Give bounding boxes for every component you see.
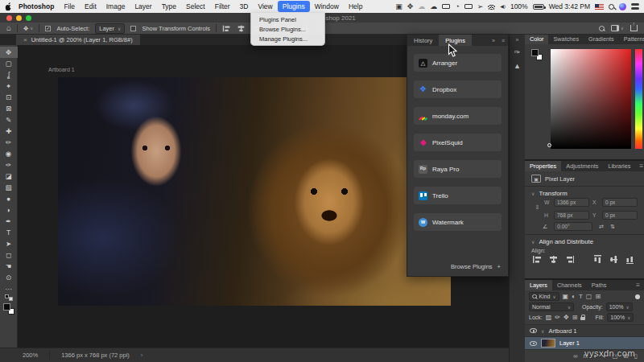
align-left-button[interactable] (533, 256, 542, 263)
gradient-tool[interactable]: ▧ (0, 182, 18, 193)
filter-adjustment-layers-icon[interactable]: ◐ (572, 294, 576, 300)
auto-select-target-dropdown[interactable]: Layer ∨ (95, 23, 125, 34)
panel-menu-icon[interactable]: ≡ (635, 161, 644, 171)
tab-adjustments[interactable]: Adjustments (561, 161, 603, 171)
apple-menu-icon[interactable] (5, 2, 12, 11)
crop-tool[interactable]: ⊡ (0, 92, 18, 103)
color-picker-marker[interactable] (547, 143, 551, 147)
clone-stamp-tool[interactable]: ◉ (0, 148, 18, 159)
move-tool[interactable]: ✥ (0, 47, 18, 58)
siri-icon[interactable] (619, 3, 626, 10)
history-brush-tool[interactable]: ✑ (0, 159, 18, 171)
close-tab-icon[interactable]: × (23, 36, 27, 43)
width-field[interactable]: 1366 px (554, 198, 589, 207)
volume-icon[interactable]: ◀) (500, 4, 506, 9)
display-icon[interactable] (442, 4, 450, 9)
lasso-tool[interactable]: ʆ (0, 69, 18, 80)
plugin-item-pixelsquid[interactable]: ◆ PixelSquid (414, 134, 502, 151)
time-machine-icon[interactable]: ◔ (455, 3, 459, 10)
plugin-item-monday[interactable]: monday.com (414, 107, 502, 125)
artboard-label[interactable]: Artboard 1 (48, 67, 75, 72)
filter-toggle-icon[interactable] (635, 294, 640, 299)
tab-color[interactable]: Color (525, 34, 548, 44)
foreground-background-swatches[interactable] (3, 303, 14, 315)
color-panel-swatches[interactable] (531, 49, 543, 60)
hand-tool[interactable]: ☚ (0, 261, 18, 272)
airplay-icon[interactable] (464, 4, 473, 9)
location-arrow-icon[interactable]: ➢ (477, 3, 484, 10)
menubar-item-filter[interactable]: Filter (210, 1, 235, 12)
tab-history[interactable]: History (407, 35, 439, 46)
tab-layers[interactable]: Layers (525, 280, 552, 290)
menubar-item-photoshop[interactable]: Photoshop (14, 1, 59, 12)
visibility-eye-icon[interactable] (530, 328, 537, 333)
default-colors-icon[interactable] (5, 294, 13, 301)
sync-cloud-icon[interactable]: ☁ (418, 3, 425, 10)
tab-swatches[interactable]: Swatches (548, 34, 584, 44)
hue-slider[interactable] (635, 49, 642, 149)
layer-row-layer1[interactable]: Layer 1 (525, 336, 644, 349)
tab-paths[interactable]: Paths (587, 280, 612, 290)
plugin-item-rayapro[interactable]: Rp Raya Pro (414, 160, 502, 178)
path-selection-tool[interactable]: ➤ (0, 238, 18, 249)
status-options-chevron[interactable]: › (141, 352, 143, 359)
menubar-item-3d[interactable]: 3D (235, 1, 254, 12)
layer-row-artboard[interactable]: ∨ Artboard 1 (525, 324, 644, 336)
show-transform-checkbox[interactable] (130, 26, 136, 31)
panel-menu-icon[interactable]: ≡ (498, 35, 508, 46)
expand-dock-icon[interactable]: » (516, 37, 519, 43)
status-utility-icon[interactable]: ✥ (407, 3, 414, 10)
blend-mode-dropdown[interactable]: Normal ∨ (529, 302, 574, 311)
workspace-switcher[interactable]: ∨ (611, 25, 624, 31)
x-field[interactable]: 0 px (602, 198, 638, 207)
flip-vertical-button[interactable]: ⇅ (610, 224, 615, 230)
flip-horizontal-button[interactable]: ⇄ (599, 224, 604, 230)
align-bottom-button[interactable] (626, 255, 634, 264)
status-app-icon[interactable]: ▣ (395, 3, 402, 10)
filter-kind-dropdown[interactable]: Kind ∨ (529, 292, 559, 301)
lock-all-icon[interactable] (580, 317, 585, 321)
shape-tool[interactable]: ◻ (0, 249, 18, 261)
healing-brush-tool[interactable]: ✚ (0, 125, 18, 137)
marquee-tool[interactable]: ▢ (0, 58, 18, 69)
y-field[interactable]: 0 px (602, 211, 638, 220)
opacity-dropdown[interactable]: 100% ∨ (606, 302, 633, 311)
align-middle-button[interactable] (610, 255, 617, 264)
menubar-item-plugins[interactable]: Plugins (278, 1, 310, 12)
rotate-angle-field[interactable]: 0.00° (554, 222, 592, 231)
zoom-tool[interactable]: ⊙ (0, 272, 18, 283)
search-icon[interactable] (599, 26, 605, 31)
align-top-button[interactable] (594, 255, 601, 264)
align-center-button[interactable] (549, 256, 558, 263)
align-section-header[interactable]: ∨ Align and Distribute (525, 238, 644, 245)
document-tab[interactable]: × Untitled-1 @ 200% (Layer 1, RGB/8#) (16, 35, 140, 45)
eyedropper-tool[interactable]: ✎ (0, 114, 18, 125)
height-field[interactable]: 768 px (554, 211, 589, 220)
browse-plugins-button[interactable]: Browse Plugins + (451, 263, 501, 270)
plugin-item-watermark[interactable]: w Watermark (414, 213, 502, 231)
menu-item-manage-plugins[interactable]: Manage Plugins... (251, 34, 324, 43)
tab-properties[interactable]: Properties (525, 161, 561, 171)
menubar-item-help[interactable]: Help (344, 1, 367, 12)
zoom-level-field[interactable]: 200% (23, 352, 38, 359)
filter-pixel-layers-icon[interactable]: ▣ (563, 294, 569, 300)
align-right-button[interactable] (565, 256, 574, 263)
foreground-color-swatch[interactable] (3, 303, 10, 311)
lock-position-icon[interactable]: ✥ (564, 315, 569, 321)
filter-shape-layers-icon[interactable]: ▢ (586, 294, 592, 300)
menubar-item-view[interactable]: View (253, 1, 277, 12)
brush-tool[interactable]: ✏ (0, 137, 18, 148)
menubar-item-image[interactable]: Image (101, 1, 130, 12)
cloud-icon[interactable]: ☁ (430, 3, 437, 10)
edit-toolbar-button[interactable]: ⋯ (0, 283, 18, 294)
tab-patterns[interactable]: Patterns (619, 34, 644, 44)
menubar-item-layer[interactable]: Layer (130, 1, 156, 12)
collapse-panel-icon[interactable]: » (489, 35, 498, 46)
spotlight-search-icon[interactable] (609, 4, 614, 10)
panel-menu-icon[interactable]: ≡ (632, 280, 644, 290)
pen-tool[interactable]: ✒ (0, 216, 18, 227)
menubar-item-type[interactable]: Type (157, 1, 181, 12)
filter-type-layers-icon[interactable]: T (579, 294, 583, 300)
visibility-eye-icon[interactable] (530, 341, 537, 346)
layer-thumbnail[interactable] (541, 339, 555, 348)
